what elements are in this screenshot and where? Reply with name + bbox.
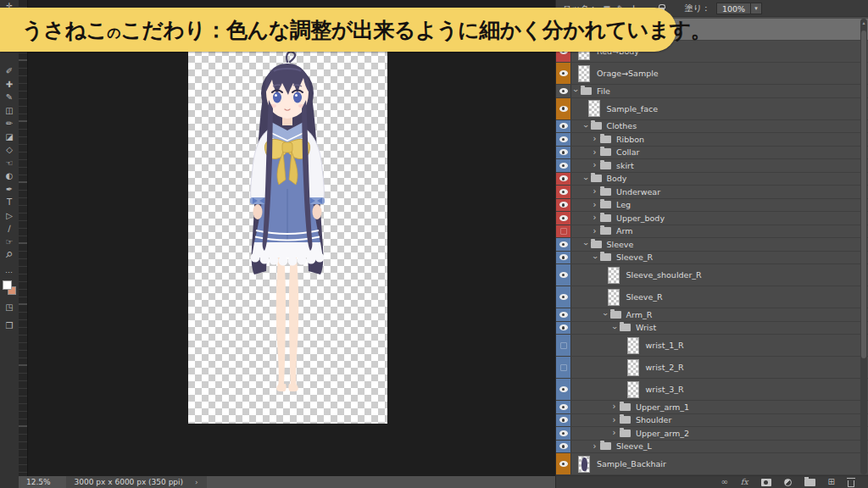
layer-name[interactable]: Underwear	[616, 187, 660, 197]
zoom-level-field[interactable]: 12.5%	[26, 478, 51, 486]
visibility-toggle-icon[interactable]	[560, 364, 567, 371]
layer-name[interactable]: wrist_3_R	[646, 385, 684, 394]
smudge-tool-icon[interactable]: ☜	[0, 157, 19, 170]
layer-row[interactable]: › Sleeve	[556, 238, 868, 252]
expand-collapse-icon[interactable]: ›	[591, 214, 598, 222]
vertical-ruler[interactable]	[19, 0, 28, 476]
layer-row[interactable]: › Leg	[556, 199, 868, 213]
layer-name[interactable]: Leg	[616, 200, 631, 209]
expand-collapse-icon[interactable]: ›	[581, 122, 589, 130]
visibility-toggle-icon[interactable]	[559, 443, 568, 449]
layer-row[interactable]: wrist_1_R	[556, 335, 868, 357]
scroll-up-icon[interactable]: ▴	[860, 19, 867, 25]
pen-tool-icon[interactable]: ✒	[0, 183, 19, 197]
layer-row[interactable]: › Arm_R	[556, 308, 868, 322]
layer-row[interactable]: › Arm	[556, 225, 868, 239]
layer-row[interactable]: › Upper_arm_2	[556, 427, 868, 441]
visibility-toggle-icon[interactable]	[559, 202, 568, 208]
visibility-toggle-icon[interactable]	[559, 189, 568, 195]
layer-row[interactable]: › File	[556, 85, 868, 98]
visibility-toggle-icon[interactable]	[559, 136, 568, 142]
visibility-toggle-icon[interactable]	[559, 123, 568, 129]
new-layer-icon[interactable]: ⊞	[828, 478, 835, 486]
visibility-toggle-icon[interactable]	[559, 163, 568, 169]
visibility-toggle-icon[interactable]	[559, 241, 568, 247]
layer-row[interactable]: › Upper_body	[556, 212, 868, 225]
visibility-toggle-icon[interactable]	[559, 149, 568, 155]
layer-name[interactable]: wrist_1_R	[646, 341, 684, 350]
visibility-toggle-icon[interactable]	[559, 272, 568, 278]
visibility-toggle-icon[interactable]	[559, 88, 568, 94]
layer-row[interactable]: › Wrist	[556, 322, 868, 336]
layer-name[interactable]: Sleeve_R	[626, 292, 663, 302]
visibility-toggle-icon[interactable]	[560, 342, 567, 349]
screen-mode-icon[interactable]: ❐	[6, 321, 14, 332]
expand-collapse-icon[interactable]: ›	[591, 253, 599, 261]
visibility-toggle-icon[interactable]	[559, 254, 568, 260]
visibility-toggle-icon[interactable]	[559, 106, 568, 112]
dodge-tool-icon[interactable]: ◐	[0, 169, 19, 183]
expand-collapse-icon[interactable]: ›	[610, 324, 619, 331]
layer-row[interactable]: › Clothes	[556, 120, 868, 134]
expand-collapse-icon[interactable]: ›	[610, 429, 618, 437]
layer-name[interactable]: wrist_2_R	[646, 363, 684, 372]
layer-name[interactable]: Ribbon	[616, 135, 644, 144]
layer-name[interactable]: Body	[607, 174, 627, 183]
expand-collapse-icon[interactable]: ›	[571, 87, 580, 95]
layer-row[interactable]: › Collar	[556, 147, 868, 160]
expand-collapse-icon[interactable]: ›	[591, 148, 598, 157]
layer-row[interactable]: wrist_3_R	[556, 379, 868, 401]
layer-name[interactable]: Wrist	[636, 323, 656, 332]
new-group-icon[interactable]	[804, 479, 815, 486]
layer-mask-icon[interactable]	[761, 479, 771, 486]
expand-collapse-icon[interactable]: ›	[591, 135, 598, 143]
edit-toolbar-icon[interactable]: …	[5, 266, 14, 274]
foreground-color-swatch[interactable]	[3, 280, 12, 290]
visibility-toggle-icon[interactable]	[559, 386, 568, 392]
layers-scrollbar[interactable]	[860, 19, 867, 474]
visibility-toggle-icon[interactable]	[559, 404, 568, 410]
expand-collapse-icon[interactable]: ›	[591, 161, 598, 169]
layer-name[interactable]: Upper_arm_1	[636, 402, 689, 412]
expand-collapse-icon[interactable]: ›	[581, 175, 589, 182]
visibility-toggle-icon[interactable]	[559, 324, 568, 330]
layer-name[interactable]: Sample_face	[607, 104, 659, 114]
visibility-toggle-icon[interactable]	[559, 417, 568, 423]
layer-thumbnail[interactable]	[588, 100, 600, 117]
expand-collapse-icon[interactable]: ›	[591, 227, 598, 236]
layer-thumbnail[interactable]	[627, 337, 639, 354]
expand-collapse-icon[interactable]: ›	[610, 416, 618, 424]
layer-name[interactable]: Arm_R	[626, 310, 653, 319]
layer-row[interactable]: Sleeve_shoulder_R	[556, 264, 868, 286]
visibility-toggle-icon[interactable]	[559, 175, 568, 181]
layer-thumbnail[interactable]	[627, 359, 639, 376]
layer-name[interactable]: Orage→Sample	[597, 69, 659, 78]
layer-row[interactable]: › Shoulder	[556, 414, 868, 428]
expand-collapse-icon[interactable]: ›	[610, 402, 618, 411]
line-tool-icon[interactable]: ∕	[0, 222, 19, 236]
layer-name[interactable]: Sleeve_R	[616, 252, 653, 262]
document-canvas[interactable]	[188, 49, 387, 424]
delete-layer-icon[interactable]	[848, 480, 854, 487]
layer-name[interactable]: skirt	[616, 161, 634, 170]
eyedropper-tool-icon[interactable]: ✐	[0, 64, 19, 78]
visibility-toggle-icon[interactable]	[559, 294, 568, 300]
layer-row[interactable]: › Sleeve_R	[556, 252, 868, 265]
layer-name[interactable]: Upper_body	[616, 214, 665, 223]
layer-thumbnail[interactable]	[608, 267, 620, 284]
visibility-toggle-icon[interactable]	[560, 228, 567, 235]
spot-healing-tool-icon[interactable]: ✚	[0, 78, 19, 92]
layer-name[interactable]: Collar	[616, 147, 639, 157]
quick-mask-icon[interactable]: ◳	[5, 302, 13, 313]
layer-name[interactable]: Arm	[616, 226, 633, 236]
layer-name[interactable]: Sleeve	[607, 240, 634, 249]
eraser-tool-icon[interactable]: ◪	[0, 130, 19, 144]
layer-row[interactable]: Sample_Backhair	[556, 453, 868, 475]
color-swatches[interactable]	[3, 280, 16, 295]
zoom-tool-icon[interactable]: ⚲	[0, 248, 19, 262]
layer-thumbnail[interactable]	[578, 65, 590, 82]
layer-row[interactable]: › Sleeve_L	[556, 441, 868, 454]
scrollbar-thumb[interactable]	[861, 30, 866, 358]
canvas-workspace[interactable]	[28, 0, 555, 476]
visibility-toggle-icon[interactable]	[559, 70, 568, 76]
